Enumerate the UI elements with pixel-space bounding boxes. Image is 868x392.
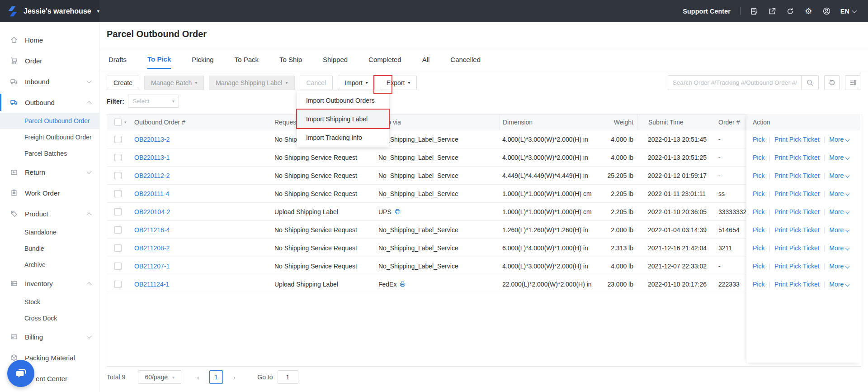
search-input[interactable] xyxy=(668,76,801,90)
more-link[interactable]: More xyxy=(829,263,849,270)
more-link[interactable]: More xyxy=(829,208,849,215)
column-settings-icon[interactable] xyxy=(845,75,860,90)
outbound-order-link[interactable]: OB211216-4 xyxy=(134,226,170,234)
tab-cancelled[interactable]: Cancelled xyxy=(450,50,481,69)
print-pick-ticket-link[interactable]: Print Pick Ticket xyxy=(774,208,820,215)
sidebar-subitem-stock[interactable]: Stock xyxy=(0,294,99,310)
chat-launcher-button[interactable] xyxy=(7,360,34,387)
manage-batch-button[interactable]: Manage Batch▾ xyxy=(144,76,204,90)
search-icon[interactable] xyxy=(801,76,818,90)
printer-icon[interactable] xyxy=(394,208,401,215)
tab-to-ship[interactable]: To Ship xyxy=(279,50,302,69)
pick-link[interactable]: Pick xyxy=(753,226,764,234)
filter-select[interactable]: Select ▾ xyxy=(128,95,179,108)
outbound-order-link[interactable]: OB220104-2 xyxy=(134,208,170,215)
sidebar-item-outbound[interactable]: Outbound xyxy=(0,92,99,113)
export-button[interactable]: Export▾ xyxy=(380,76,417,90)
pick-link[interactable]: Pick xyxy=(753,263,764,270)
workspace-switcher[interactable]: Jessie's warehouse ▾ xyxy=(0,0,99,22)
row-checkbox[interactable] xyxy=(114,172,122,179)
outbound-order-link[interactable]: OB220113-1 xyxy=(134,154,170,161)
row-checkbox[interactable] xyxy=(114,281,122,288)
more-link[interactable]: More xyxy=(829,172,849,179)
gear-icon[interactable]: ⚙ xyxy=(804,7,813,15)
more-link[interactable]: More xyxy=(829,154,849,161)
tab-to-pick[interactable]: To Pick xyxy=(147,50,171,69)
tab-picking[interactable]: Picking xyxy=(192,50,213,69)
user-icon[interactable] xyxy=(822,7,831,15)
sidebar-item-billing[interactable]: Billing xyxy=(0,326,99,347)
tab-all[interactable]: All xyxy=(422,50,430,69)
language-selector[interactable]: EN xyxy=(840,8,856,15)
sidebar-subitem-cross-dock[interactable]: Cross Dock xyxy=(0,310,99,326)
import-menu-item-import-tracking-info[interactable]: Import Tracking Info xyxy=(297,128,389,147)
sidebar-item-inventory[interactable]: Inventory xyxy=(0,273,99,294)
reset-refresh-icon[interactable] xyxy=(824,75,840,90)
pick-link[interactable]: Pick xyxy=(753,172,764,179)
select-all-checkbox[interactable] xyxy=(114,119,122,126)
pick-link[interactable]: Pick xyxy=(753,190,764,197)
print-pick-ticket-link[interactable]: Print Pick Ticket xyxy=(774,244,820,252)
more-link[interactable]: More xyxy=(829,226,849,234)
export-share-icon[interactable] xyxy=(768,7,777,15)
sidebar-subitem-parcel-outbound-order[interactable]: Parcel Outbound Order xyxy=(0,113,99,129)
print-pick-ticket-link[interactable]: Print Pick Ticket xyxy=(774,226,820,234)
print-pick-ticket-link[interactable]: Print Pick Ticket xyxy=(774,190,820,197)
import-menu-item-import-shipping-label[interactable]: Import Shipping Label xyxy=(297,110,389,128)
print-pick-ticket-link[interactable]: Print Pick Ticket xyxy=(774,281,820,288)
print-pick-ticket-link[interactable]: Print Pick Ticket xyxy=(774,172,820,179)
sidebar-item-return[interactable]: Return xyxy=(0,162,99,182)
more-link[interactable]: More xyxy=(829,190,849,197)
sidebar-subitem-archive[interactable]: Archive xyxy=(0,257,99,273)
outbound-order-link[interactable]: OB220111-4 xyxy=(134,190,169,197)
pick-link[interactable]: Pick xyxy=(753,281,764,288)
pick-link[interactable]: Pick xyxy=(753,208,764,215)
print-pick-ticket-link[interactable]: Print Pick Ticket xyxy=(774,154,820,161)
refresh-icon[interactable] xyxy=(786,7,795,15)
import-button[interactable]: Import▾ xyxy=(338,76,375,90)
sidebar-subitem-standalone[interactable]: Standalone xyxy=(0,224,99,240)
tab-to-pack[interactable]: To Pack xyxy=(235,50,259,69)
print-pick-ticket-link[interactable]: Print Pick Ticket xyxy=(774,263,820,270)
sidebar-item-order[interactable]: Order xyxy=(0,50,99,71)
row-checkbox[interactable] xyxy=(114,244,122,252)
sidebar-item-home[interactable]: Home xyxy=(0,29,99,50)
sidebar-subitem-bundle[interactable]: Bundle xyxy=(0,240,99,257)
sidebar-subitem-parcel-batches[interactable]: Parcel Batches xyxy=(0,145,99,162)
outbound-order-link[interactable]: OB211208-2 xyxy=(134,244,170,252)
sidebar-subitem-freight-outbound-order[interactable]: Freight Outbound Order xyxy=(0,129,99,145)
print-pick-ticket-link[interactable]: Print Pick Ticket xyxy=(774,136,820,143)
survey-icon[interactable] xyxy=(750,7,759,15)
tab-drafts[interactable]: Drafts xyxy=(108,50,127,69)
tab-shipped[interactable]: Shipped xyxy=(323,50,348,69)
import-menu-item-import-outbound-orders[interactable]: Import Outbound Orders xyxy=(297,91,389,110)
page-size-select[interactable]: 60/page ▾ xyxy=(138,370,181,384)
pick-link[interactable]: Pick xyxy=(753,244,764,252)
printer-icon[interactable] xyxy=(399,281,406,287)
row-checkbox[interactable] xyxy=(114,226,122,234)
pick-link[interactable]: Pick xyxy=(753,136,764,143)
pick-link[interactable]: Pick xyxy=(753,154,764,161)
row-checkbox[interactable] xyxy=(114,190,122,197)
support-center-link[interactable]: Support Center xyxy=(683,8,731,15)
more-link[interactable]: More xyxy=(829,244,849,252)
current-page-button[interactable]: 1 xyxy=(209,370,223,384)
row-checkbox[interactable] xyxy=(114,154,122,161)
outbound-order-link[interactable]: OB211124-1 xyxy=(134,281,169,288)
tab-completed[interactable]: Completed xyxy=(368,50,401,69)
more-link[interactable]: More xyxy=(829,136,849,143)
more-link[interactable]: More xyxy=(829,281,849,288)
goto-page-input[interactable] xyxy=(278,370,298,384)
cancel-button[interactable]: Cancel xyxy=(300,76,333,90)
outbound-order-link[interactable]: OB220112-2 xyxy=(134,172,170,179)
manage-shipping-label-button[interactable]: Manage Shipping Label▾ xyxy=(209,76,294,90)
selection-options-caret-icon[interactable]: ▾ xyxy=(124,120,127,124)
sidebar-item-inbound[interactable]: Inbound xyxy=(0,71,99,92)
row-checkbox[interactable] xyxy=(114,136,122,143)
create-button[interactable]: Create xyxy=(107,76,139,90)
sidebar-item-product[interactable]: Product xyxy=(0,203,99,224)
prev-page-button[interactable]: ‹ xyxy=(191,370,205,384)
outbound-order-link[interactable]: OB211207-1 xyxy=(134,263,170,270)
sidebar-item-work-order[interactable]: Work Order xyxy=(0,182,99,203)
next-page-button[interactable]: › xyxy=(227,370,241,384)
